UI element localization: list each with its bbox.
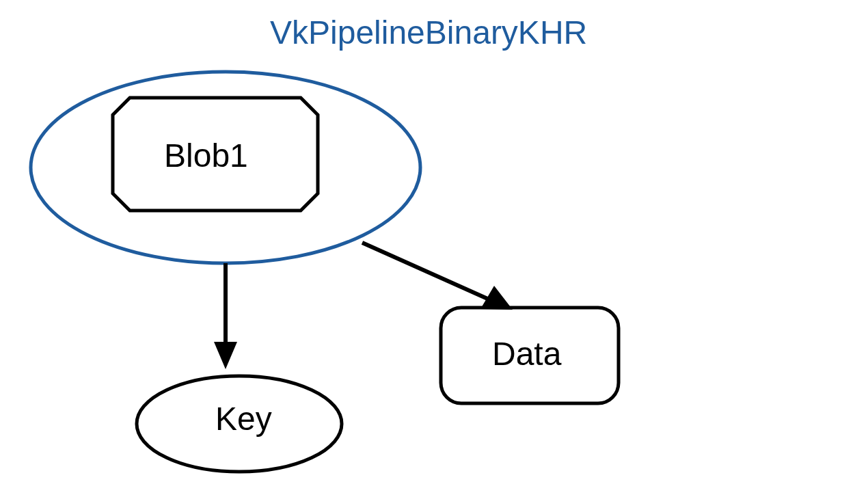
diagram-title: VkPipelineBinaryKHR (270, 14, 587, 51)
key-label: Key (215, 400, 272, 438)
svg-line-3 (362, 243, 492, 301)
data-label: Data (492, 335, 561, 373)
arrow-to-key (208, 260, 249, 376)
blob-label: Blob1 (164, 137, 248, 174)
svg-marker-2 (214, 342, 237, 369)
